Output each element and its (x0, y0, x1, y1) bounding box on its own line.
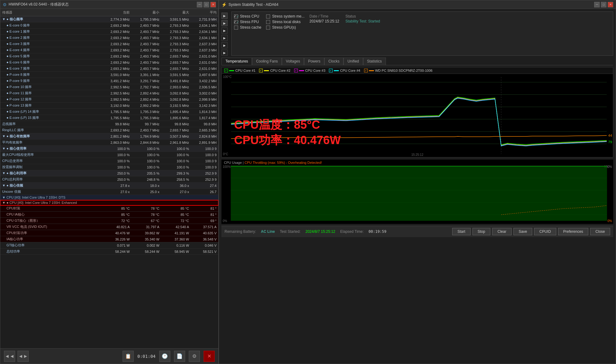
legend-cpu4[interactable]: ✓ CPU Core #4 (329, 69, 360, 72)
aida-minimize-btn[interactable]: ─ (594, 2, 600, 7)
sensor-name-cell: ▼ ● CPU [#0]: Intel Core Ultra 7 155H: E… (0, 200, 102, 205)
sensor-max-cell: 37.360 W (161, 236, 191, 242)
sensor-max-cell: 41.191 W (161, 230, 191, 236)
sensor-current-cell: 99.8 MHz (102, 121, 132, 127)
stress-cache-item[interactable]: Stress cache (234, 25, 261, 30)
sensor-min-cell: 2,493.7 MHz (132, 47, 161, 53)
close-button[interactable]: Close (590, 228, 610, 235)
sensor-avg-cell: 2,665.3 MH (191, 127, 218, 133)
legend-cpu2[interactable]: ✓ CPU Core #2 (259, 69, 290, 72)
sensor-min-cell: 1,795.3 MHz (132, 115, 161, 121)
stress-sysmem-label: Stress system me... (272, 14, 304, 18)
stress-sysmem-item[interactable]: Stress system me... (266, 14, 304, 18)
tab-powers[interactable]: Powers (304, 58, 324, 65)
sensor-max-cell: 2,793.3 MHz (161, 22, 191, 29)
hwinfo-close-btn[interactable]: ✕ (210, 2, 216, 7)
legend-cpu3[interactable]: ✓ CPU Core #3 (294, 69, 325, 72)
table-row: ● E-core 0 频率2,693.2 MHz2,493.7 MHz2,793… (0, 22, 218, 29)
sidebar-icon-5[interactable]: ▶ (221, 42, 228, 48)
save-button[interactable]: Save (513, 228, 532, 235)
sensor-avg-cell: 2,634.1 MH (191, 29, 218, 35)
sidebar-icon-6[interactable]: ▶ (221, 50, 228, 56)
tab-voltages[interactable]: Voltages (282, 58, 304, 65)
tab-unified[interactable]: Unified (343, 58, 363, 65)
tab-statistics[interactable]: Statistics (363, 58, 386, 65)
stop-button[interactable]: Stop (472, 228, 491, 235)
sensor-max-cell (161, 195, 191, 200)
test-started-value: 2024/8/7 15:25:12 (306, 229, 335, 234)
stop-btn[interactable]: ✕ (204, 351, 215, 362)
legend-cpu1[interactable]: ✓ CPU Core #1 (224, 69, 255, 72)
stress-cache-checkbox[interactable] (234, 26, 238, 30)
stress-disks-checkbox[interactable] (266, 20, 270, 24)
table-row: ● P-core 13 频率3,192.0 MHz2,992.2 MHz3,19… (0, 103, 218, 109)
stress-gpu-item[interactable]: Stress GPU(s) (266, 25, 304, 30)
sidebar-icon-1[interactable]: ▶ (221, 13, 228, 19)
sensor-name-cell: CPU总利用率 (0, 176, 102, 183)
sensor-name-cell: Ring/LLC 频率 (0, 127, 102, 133)
table-row: ▼ ● 核心倍频27.8 x18.0 x36.0 x27.4 (0, 183, 218, 189)
sidebar-icon-4[interactable]: ▶ (221, 35, 228, 41)
preferences-button[interactable]: Preferences (558, 228, 589, 235)
sensor-min-cell: 67 °C (132, 218, 161, 224)
hwinfo-maximize-btn[interactable]: □ (204, 2, 209, 7)
cpuid-button[interactable]: CPUID (534, 228, 556, 235)
nav-forward-btn[interactable]: ◄► (18, 351, 29, 362)
stress-sysmem-checkbox[interactable] (266, 14, 270, 18)
aida-close-btn[interactable]: ✕ (608, 2, 613, 7)
date-status-area: Date / Time 2024/8/7 15:25:12 Status Sta… (310, 14, 610, 23)
nav-back-btn[interactable]: ◄◄ (4, 351, 15, 362)
screenshot-btn[interactable]: 📋 (123, 351, 134, 362)
sensor-avg-cell: 100.0 9 (191, 146, 218, 152)
export-btn[interactable]: 📄 (174, 351, 185, 362)
sidebar-icon-2[interactable]: ▶ (221, 20, 228, 26)
sensor-min-cell: 58.244 W (132, 249, 161, 255)
tab-temperatures[interactable]: Temperatures (221, 58, 252, 65)
tab-clocks[interactable]: Clocks (324, 58, 343, 65)
aida-maximize-btn[interactable]: □ (601, 2, 606, 7)
table-row: VR VCC 电流 (SVID IOUT)40.821 A31.797 A42.… (0, 224, 218, 230)
hwinfo-icon: ⚙ (3, 2, 7, 7)
table-row: GT核心功率0.071 W0.002 W0.116 W0.046 V (0, 242, 218, 249)
sensor-max-cell: 1,895.6 MHz (161, 115, 191, 121)
hwinfo-minimize-btn[interactable]: ─ (197, 2, 202, 7)
stress-cpu-item[interactable]: ✓ Stress CPU (234, 14, 261, 18)
sensor-avg-cell: 2,637.3 MH (191, 41, 218, 47)
table-row: ▼ ● 核心有效频率2,801.2 MHz1,784.9 MHz3,507.3 … (0, 133, 218, 140)
table-row: Ring/LLC 频率2,693.2 MHz2,493.7 MHz2,693.7… (0, 127, 218, 133)
stress-fpu-item[interactable]: ✓ Stress FPU (234, 20, 261, 24)
tab-cooling-fans[interactable]: Cooling Fans (252, 58, 282, 65)
sensor-table-scroll[interactable]: 传感器 当前 最小 最大 平均 ▼ ● 核心频率2,774.3 MHz1,795… (0, 9, 218, 348)
sensor-avg-cell: 2,824.8 MH (191, 133, 218, 140)
sensor-current-cell (102, 195, 132, 200)
sensor-avg-cell: 100.0 9 (191, 158, 218, 164)
sensor-current-cell: 2,693.2 MHz (102, 47, 132, 53)
chart-legend: ✓ CPU Core #1 ✓ CPU Core #2 ✓ CPU Core #… (222, 67, 613, 74)
stress-gpu-checkbox[interactable] (266, 26, 270, 30)
stress-disks-item[interactable]: Stress local disks (266, 20, 304, 24)
stress-fpu-checkbox[interactable]: ✓ (234, 20, 238, 24)
clear-button[interactable]: Clear (492, 228, 512, 235)
clock-btn[interactable]: 🕐 (159, 351, 170, 362)
table-row: ● E-core (LP) 15 频率1,795.5 MHz1,795.3 MH… (0, 115, 218, 121)
legend-cpu2-label: CPU Core #2 (270, 69, 290, 72)
temp-chart-area: ✓ CPU Core #1 ✓ CPU Core #2 ✓ CPU Core #… (221, 67, 613, 157)
sensor-name-cell: ● P-core 13 频率 (0, 103, 102, 109)
table-row: ▼ CPU [#0]: Intel Core Ultra 7 155H: DTS (0, 195, 218, 200)
sensor-name-cell: IA核心功率 (0, 236, 102, 242)
stress-cpu-checkbox[interactable]: ✓ (234, 14, 238, 18)
hwinfo-titlebar: ⚙ HWiNFO64 v8.02-5440 - 传感器状态 ─ □ ✕ (0, 0, 218, 9)
sensor-max-cell: 3,092.8 MHz (161, 90, 191, 96)
sidebar-icon-3[interactable]: ▶ (221, 27, 228, 34)
table-row: CPU封装85 °C78 °C85 °C81 ° (0, 205, 218, 212)
start-button[interactable]: Start (452, 228, 470, 235)
sensor-current-cell: 2,693.2 MHz (102, 66, 132, 72)
sensor-min-cell: 2,493.7 MHz (132, 66, 161, 72)
sensor-name-cell: ● P-core 10 频率 (0, 84, 102, 90)
sensor-max-cell: 2,693.7 MHz (161, 53, 191, 59)
legend-wd[interactable]: ✓ WD PC SN810 SDCPNRZ-2T00-1006 (364, 69, 432, 72)
table-row: CPU GT核心（图形）72 °C67 °C72 °C69 ° (0, 218, 218, 224)
sensor-name-cell: VR VCC 电流 (SVID IOUT) (0, 224, 102, 230)
sensor-avg-cell: 2,891.9 MH (191, 140, 218, 146)
settings-btn[interactable]: ⚙ (189, 351, 200, 362)
